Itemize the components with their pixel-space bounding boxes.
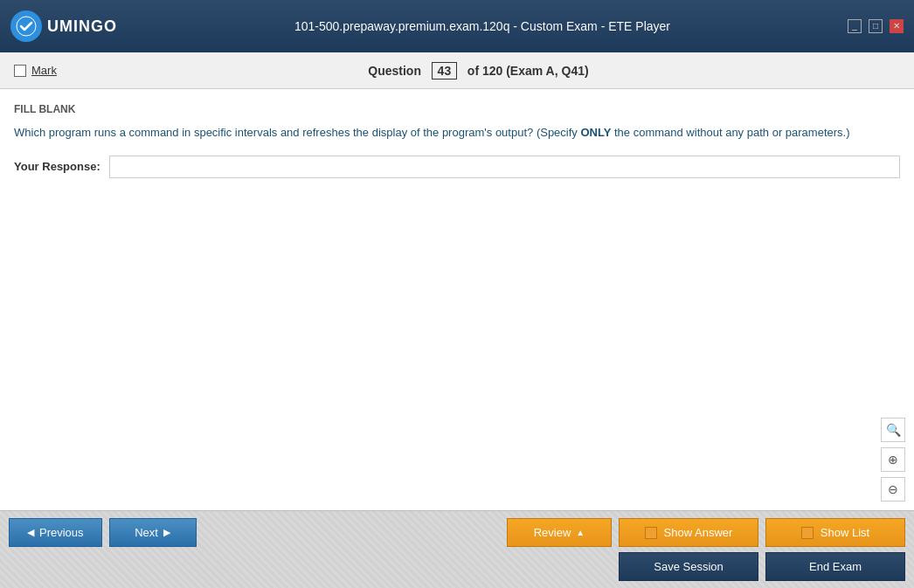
bottom-row2: Save Session End Exam (9, 552, 905, 581)
mark-checkbox[interactable] (14, 65, 26, 77)
question-label: Question (368, 64, 421, 78)
zoom-out-icon[interactable]: ⊖ (881, 477, 905, 502)
show-answer-label: Show Answer (664, 526, 733, 539)
question-text-start: Which program runs a command in specific… (14, 126, 580, 139)
window-title: 101-500.prepaway.premium.exam.120q - Cus… (294, 19, 670, 33)
close-button[interactable]: ✕ (890, 19, 904, 33)
review-arrow: ▲ (576, 528, 585, 537)
question-type: FILL BLANK (14, 103, 900, 115)
main-content: FILL BLANK Which program runs a command … (0, 89, 914, 510)
title-bar: UMINGO 101-500.prepaway.premium.exam.120… (0, 0, 914, 52)
next-arrow: ▶ (163, 527, 170, 538)
response-row: Your Response: (14, 156, 900, 178)
previous-arrow: ◀ (27, 527, 34, 538)
previous-button[interactable]: ◀ Previous (9, 518, 102, 547)
window-controls: _ □ ✕ (848, 19, 904, 33)
question-number: 43 (432, 62, 458, 80)
svg-point-0 (17, 17, 36, 36)
content-scroll[interactable]: FILL BLANK Which program runs a command … (0, 89, 914, 510)
maximize-button[interactable]: □ (869, 19, 883, 33)
logo-text: UMINGO (47, 17, 117, 36)
zoom-controls: 🔍 ⊕ ⊖ (881, 418, 905, 502)
show-list-checkbox (801, 527, 814, 539)
review-label: Review (534, 526, 571, 539)
next-label: Next (135, 526, 158, 539)
question-total: of 120 (Exam A, Q41) (467, 64, 589, 78)
next-button[interactable]: Next ▶ (109, 518, 197, 547)
minimize-button[interactable]: _ (848, 19, 862, 33)
logo: UMINGO (10, 10, 117, 42)
question-text: Which program runs a command in specific… (14, 124, 900, 142)
zoom-in-icon[interactable]: ⊕ (881, 447, 905, 472)
show-list-label: Show List (821, 526, 869, 539)
save-session-button[interactable]: Save Session (619, 552, 758, 581)
search-icon[interactable]: 🔍 (881, 418, 905, 442)
mark-container: Mark (14, 64, 57, 77)
show-list-button[interactable]: Show List (765, 518, 905, 547)
end-exam-button[interactable]: End Exam (765, 552, 905, 581)
question-info: Question 43 of 120 (Exam A, Q41) (57, 62, 900, 80)
review-button[interactable]: Review ▲ (507, 518, 612, 547)
previous-label: Previous (39, 526, 84, 539)
bottom-row1: ◀ Previous Next ▶ Review ▲ Show Answer S… (9, 518, 905, 547)
mark-label[interactable]: Mark (31, 64, 57, 77)
show-answer-checkbox (645, 527, 657, 539)
show-answer-button[interactable]: Show Answer (619, 518, 758, 547)
logo-icon (10, 10, 42, 42)
header-bar: Mark Question 43 of 120 (Exam A, Q41) (0, 52, 914, 89)
bottom-bar: ◀ Previous Next ▶ Review ▲ Show Answer S… (0, 510, 914, 588)
question-text-end: the command without any path or paramete… (611, 126, 849, 139)
response-input[interactable] (109, 156, 900, 178)
response-label: Your Response: (14, 160, 100, 173)
question-text-bold: ONLY (580, 126, 611, 139)
